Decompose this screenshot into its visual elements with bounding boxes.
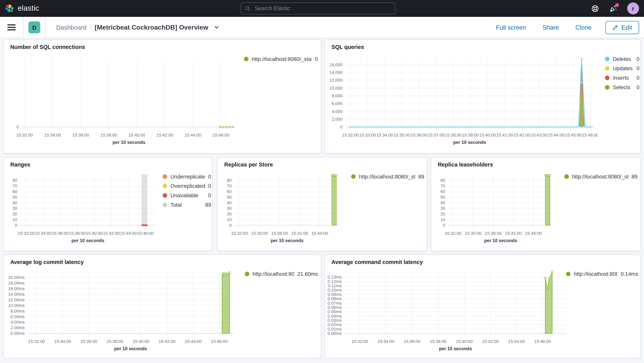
panel-title: Number of SQL connections xyxy=(4,40,321,50)
svg-text:30: 30 xyxy=(227,206,232,211)
breadcrumb-dashboard-link[interactable]: Dashboard xyxy=(56,24,86,31)
clone-button[interactable]: Clone xyxy=(573,24,594,31)
legend-value: 89 xyxy=(632,173,638,180)
chart-replica-leaseholders[interactable]: 0102030405060708015:32:0015:35:0015:38:0… xyxy=(431,171,562,245)
svg-text:15:40:00: 15:40:00 xyxy=(86,231,103,236)
chart-avg-command-commit[interactable]: 0.00ms0.01ms0.02ms0.03ms0.04ms0.05ms0.06… xyxy=(325,266,571,353)
legend-label: Underreplicated xyxy=(170,173,205,180)
legend-color-dot xyxy=(566,272,570,276)
svg-text:0.01ms: 0.01ms xyxy=(328,327,342,331)
legend-item[interactable]: http://localhost:808...21.60ms xyxy=(245,271,318,277)
svg-text:15:35:00: 15:35:00 xyxy=(465,231,482,236)
chart-avg-log-commit[interactable]: 0.00ms2.00ms4.00ms6.00ms8.00ms10.00ms12.… xyxy=(4,266,242,353)
share-button[interactable]: Share xyxy=(540,24,562,31)
elastic-logo[interactable]: elastic xyxy=(5,4,39,13)
svg-text:15:42:00: 15:42:00 xyxy=(156,133,173,138)
chart-sql-queries[interactable]: 02,0004,0006,0008,00010,00012,00014,0001… xyxy=(325,53,598,146)
breadcrumb-separator: / xyxy=(90,24,92,31)
svg-text:0.06ms: 0.06ms xyxy=(328,305,342,310)
svg-text:15:40:00: 15:40:00 xyxy=(128,133,145,138)
svg-text:15:44:00: 15:44:00 xyxy=(184,133,201,138)
edit-button-label: Edit xyxy=(622,24,632,31)
legend-item[interactable]: Inserts0 xyxy=(605,75,640,81)
toolbar: D Dashboard / [Metricbeat CockroachDB] O… xyxy=(0,17,644,38)
panel-replica-leaseholders: Replica leaseholders0102030405060708015:… xyxy=(431,157,641,251)
svg-text:0.10ms: 0.10ms xyxy=(328,288,342,292)
legend-item[interactable]: http://localhost:8080...0.14ms xyxy=(566,271,638,277)
svg-text:per 10 seconds: per 10 seconds xyxy=(453,140,486,145)
svg-text:6,000: 6,000 xyxy=(332,101,342,106)
legend-value: 0.14ms xyxy=(621,271,638,277)
svg-text:15:39:00: 15:39:00 xyxy=(462,133,479,138)
svg-text:15:41:00: 15:41:00 xyxy=(505,231,522,236)
global-search[interactable] xyxy=(241,3,396,15)
toolbar-actions: Full screen Share Clone Edit xyxy=(494,21,639,34)
svg-text:15:32:00: 15:32:00 xyxy=(18,231,34,236)
legend-item[interactable]: Updates0 xyxy=(605,65,640,72)
svg-text:15:34:00: 15:34:00 xyxy=(44,133,61,138)
svg-text:0: 0 xyxy=(229,223,232,228)
svg-text:15:36:00: 15:36:00 xyxy=(404,339,420,344)
legend-item[interactable]: Total89 xyxy=(163,202,211,208)
legend-value: 0 xyxy=(208,183,211,189)
chevron-down-icon[interactable] xyxy=(214,25,220,30)
user-avatar[interactable]: r xyxy=(627,3,639,15)
svg-text:8.00ms: 8.00ms xyxy=(10,309,24,313)
divider xyxy=(45,17,46,38)
help-icon[interactable] xyxy=(591,4,599,13)
svg-text:20: 20 xyxy=(440,212,445,216)
svg-text:6.00ms: 6.00ms xyxy=(10,314,24,319)
legend-item[interactable]: Unavailable0 xyxy=(163,192,211,199)
legend-item[interactable]: Deletes0 xyxy=(605,56,640,62)
edit-button[interactable]: Edit xyxy=(605,21,639,34)
legend-label: http://localhost:8080/_stat... xyxy=(252,56,312,62)
svg-text:15:40:00: 15:40:00 xyxy=(479,133,496,138)
legend-item[interactable]: http://localhost:8080/_sta...89 xyxy=(351,173,424,180)
menu-icon[interactable] xyxy=(5,21,18,34)
svg-text:0.03ms: 0.03ms xyxy=(328,318,342,323)
svg-text:15:36:00: 15:36:00 xyxy=(80,339,97,344)
panel-title: Replica leaseholders xyxy=(431,157,640,168)
chart-ranges[interactable]: 0102030405060708015:32:0015:34:0015:36:0… xyxy=(4,171,161,245)
legend-value: 0 xyxy=(636,84,639,91)
svg-text:10: 10 xyxy=(12,217,17,222)
svg-text:15:34:00: 15:34:00 xyxy=(378,339,394,344)
legend-label: Selects xyxy=(613,84,633,91)
chart-sql-connections[interactable]: 015:32:0015:34:0015:36:0015:38:0015:40:0… xyxy=(6,53,248,146)
svg-text:80: 80 xyxy=(12,178,17,183)
svg-text:15:34:00: 15:34:00 xyxy=(35,231,52,236)
svg-text:16,000: 16,000 xyxy=(330,62,342,67)
svg-text:15:46:00: 15:46:00 xyxy=(137,231,154,236)
chart-replicas-per-store[interactable]: 0102030405060708015:32:0015:35:0015:38:0… xyxy=(218,171,348,245)
legend-item[interactable]: Overreplicated0 xyxy=(163,183,211,189)
svg-text:15:46:00: 15:46:00 xyxy=(212,133,229,138)
full-screen-button[interactable]: Full screen xyxy=(494,24,528,31)
chart-legend: Underreplicated0Overreplicated0Unavailab… xyxy=(163,173,211,208)
legend-item[interactable]: http://localhost:8080/_stat...0 xyxy=(244,56,318,62)
divider xyxy=(23,17,24,38)
legend-item[interactable]: Selects0 xyxy=(605,84,640,91)
chart-legend: Deletes0Updates0Inserts0Selects0 xyxy=(605,56,640,91)
chart-legend: http://localhost:8080/_sta...89 xyxy=(564,173,638,180)
svg-text:80: 80 xyxy=(227,178,232,183)
dashboard-app-badge[interactable]: D xyxy=(28,22,40,34)
search-input[interactable] xyxy=(254,5,391,12)
svg-text:40: 40 xyxy=(12,200,17,205)
legend-color-dot xyxy=(564,174,569,179)
legend-item[interactable]: Underreplicated0 xyxy=(163,173,211,180)
pencil-icon xyxy=(612,24,618,30)
legend-color-dot xyxy=(605,76,610,80)
svg-text:12,000: 12,000 xyxy=(330,78,342,83)
whats-new-party-popper-icon[interactable] xyxy=(609,4,617,13)
svg-text:per 10 seconds: per 10 seconds xyxy=(114,346,147,351)
svg-text:0.04ms: 0.04ms xyxy=(328,314,342,318)
legend-item[interactable]: http://localhost:8080/_sta...89 xyxy=(564,173,638,180)
svg-text:0: 0 xyxy=(340,125,342,129)
svg-text:15:41:00: 15:41:00 xyxy=(496,133,513,138)
svg-text:15:38:00: 15:38:00 xyxy=(430,339,446,344)
svg-text:15:32:00: 15:32:00 xyxy=(231,231,248,236)
svg-text:40: 40 xyxy=(440,200,445,205)
svg-text:15:44:00: 15:44:00 xyxy=(548,133,564,138)
svg-text:15:32:00: 15:32:00 xyxy=(16,133,33,138)
svg-text:0: 0 xyxy=(443,223,445,228)
